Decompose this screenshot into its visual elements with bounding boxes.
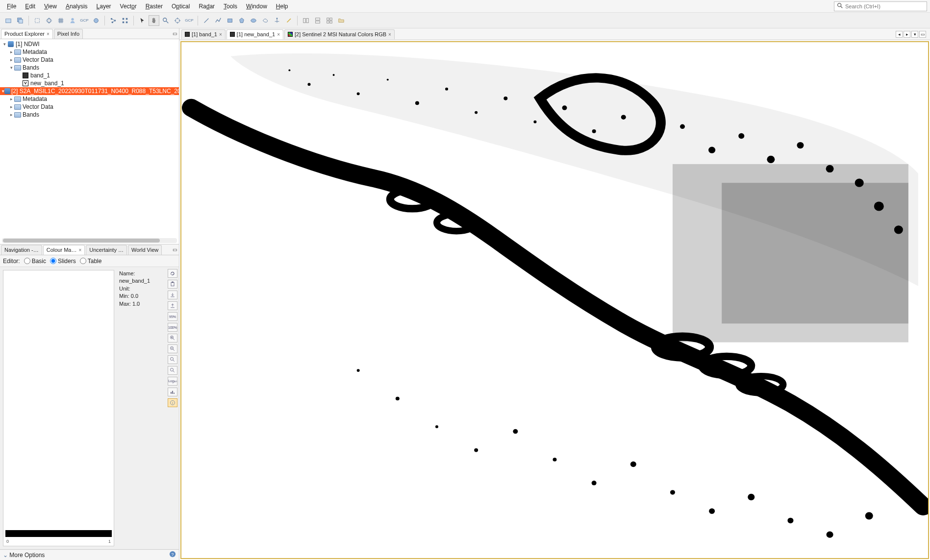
zoom-v-out-icon[interactable] xyxy=(168,366,177,375)
tile-h-icon[interactable] xyxy=(301,15,311,26)
menu-raster[interactable]: Raster xyxy=(142,1,167,11)
zoom-in-icon[interactable] xyxy=(168,334,177,342)
close-icon[interactable]: × xyxy=(388,32,391,37)
svg-rect-31 xyxy=(330,18,332,20)
tab-world-view[interactable]: World View xyxy=(128,245,162,255)
wand-icon[interactable] xyxy=(283,15,294,26)
band-node-newband1[interactable]: Vnew_band_1 xyxy=(0,79,179,87)
maximize-icon[interactable]: ▭ xyxy=(919,31,926,38)
menu-vector[interactable]: Vector xyxy=(116,1,141,11)
open-product-icon[interactable] xyxy=(3,15,14,26)
horizontal-scrollbar[interactable] xyxy=(2,238,177,243)
menu-layer[interactable]: Layer xyxy=(93,1,115,11)
colour-strip[interactable] xyxy=(5,530,112,537)
editor-sliders-radio[interactable]: Sliders xyxy=(50,258,76,265)
zoom-out-icon[interactable] xyxy=(168,344,177,353)
clipboard-icon[interactable] xyxy=(168,280,177,289)
pan-icon[interactable] xyxy=(149,15,159,26)
import-icon[interactable] xyxy=(168,291,177,299)
viewer-tab-newband1[interactable]: [1] new_band_1× xyxy=(226,29,283,39)
menu-optical[interactable]: Optical xyxy=(168,1,194,11)
menu-help[interactable]: Help xyxy=(272,1,292,11)
tile-v-icon[interactable] xyxy=(312,15,323,26)
close-icon[interactable]: × xyxy=(78,247,81,253)
save-all-icon[interactable] xyxy=(15,15,25,26)
polyline-icon[interactable] xyxy=(213,15,224,26)
reset-icon[interactable] xyxy=(168,269,177,278)
graph-icon[interactable] xyxy=(108,15,119,26)
stretch-100-button[interactable]: 100% xyxy=(168,323,177,332)
product-node-2[interactable]: ▾[2] S2A_MSIL1C_20220930T011731_N0400_R0… xyxy=(0,87,179,95)
close-icon[interactable]: × xyxy=(47,31,50,37)
tab-uncertainty[interactable]: Uncertainty … xyxy=(86,245,127,255)
crosshair-icon[interactable] xyxy=(172,15,183,26)
menu-window[interactable]: Window xyxy=(242,1,271,11)
zoom-icon[interactable] xyxy=(160,15,171,26)
tab-dropdown-icon[interactable]: ▾ xyxy=(911,31,918,38)
editor-basic-radio[interactable]: Basic xyxy=(24,258,46,265)
folder-icon[interactable] xyxy=(336,15,347,26)
band-node-band1[interactable]: band_1 xyxy=(0,72,179,79)
menu-file[interactable]: File xyxy=(3,1,20,11)
export-icon[interactable] xyxy=(168,301,177,310)
info-icon[interactable]: i xyxy=(168,398,177,407)
freeform-icon[interactable] xyxy=(260,15,271,26)
tab-next-icon[interactable]: ▸ xyxy=(904,31,910,38)
tab-pixel-info[interactable]: Pixel Info xyxy=(54,29,83,39)
svg-point-62 xyxy=(475,111,478,114)
log10-button[interactable]: Log₁₀ xyxy=(168,377,177,386)
svg-rect-43 xyxy=(172,391,173,394)
batch-icon[interactable] xyxy=(120,15,130,26)
reproject-icon[interactable] xyxy=(44,15,54,26)
metadata-node[interactable]: ▸Metadata xyxy=(0,48,179,56)
help-icon[interactable]: ? xyxy=(169,551,176,559)
close-icon[interactable]: × xyxy=(219,32,222,37)
rect-icon[interactable] xyxy=(225,15,235,26)
pointer-icon[interactable] xyxy=(137,15,148,26)
histogram-area[interactable]: 01 xyxy=(3,270,114,546)
histogram-equalize-icon[interactable] xyxy=(168,388,177,396)
menu-view[interactable]: View xyxy=(40,1,61,11)
tab-prev-icon[interactable]: ◂ xyxy=(896,31,903,38)
svg-point-87 xyxy=(630,462,636,467)
viewer-tab-rgb[interactable]: [2] Sentinel 2 MSI Natural Colors RGB× xyxy=(284,29,395,39)
gcp-tool-icon[interactable]: GCP xyxy=(184,15,195,26)
bands-node-2[interactable]: ▸Bands xyxy=(0,111,179,119)
tab-navigation[interactable]: Navigation -… xyxy=(1,245,42,255)
grid-icon[interactable] xyxy=(55,15,66,26)
subset-icon[interactable] xyxy=(32,15,43,26)
anchor-icon[interactable] xyxy=(272,15,282,26)
tab-product-explorer[interactable]: Product Explorer× xyxy=(1,29,53,39)
zoom-v-in-icon[interactable] xyxy=(168,355,177,364)
vectordata-node[interactable]: ▸Vector Data xyxy=(0,56,179,64)
image-canvas[interactable] xyxy=(180,41,929,559)
svg-point-17 xyxy=(163,18,167,21)
menu-radar[interactable]: Radar xyxy=(195,1,219,11)
ellipse-icon[interactable] xyxy=(248,15,259,26)
editor-table-radio[interactable]: Table xyxy=(80,258,102,265)
menu-edit[interactable]: Edit xyxy=(21,1,39,11)
search-box[interactable] xyxy=(834,1,927,11)
product-node-1[interactable]: ▾[1] NDWI xyxy=(0,40,179,48)
minimize-icon[interactable]: ▭ xyxy=(173,31,177,36)
menu-analysis[interactable]: Analysis xyxy=(62,1,92,11)
more-options-row[interactable]: ⌄ More Options ? xyxy=(0,549,179,560)
minimize-icon[interactable]: ▭ xyxy=(173,247,177,252)
menu-tools[interactable]: Tools xyxy=(220,1,241,11)
product-tree[interactable]: ▾[1] NDWI ▸Metadata ▸Vector Data ▾Bands … xyxy=(0,39,179,237)
stretch-95-button[interactable]: 95% xyxy=(168,312,177,321)
gcp-icon[interactable]: GCP xyxy=(79,15,90,26)
polygon-icon[interactable] xyxy=(236,15,247,26)
tile-grid-icon[interactable] xyxy=(324,15,335,26)
metadata-node-2[interactable]: ▸Metadata xyxy=(0,95,179,103)
search-input[interactable] xyxy=(845,3,925,9)
viewer-tab-band1[interactable]: [1] band_1× xyxy=(181,29,226,39)
user-icon[interactable] xyxy=(67,15,78,26)
vectordata-node-2[interactable]: ▸Vector Data xyxy=(0,103,179,111)
close-icon[interactable]: × xyxy=(277,32,280,37)
globe-icon[interactable] xyxy=(91,15,101,26)
line-icon[interactable] xyxy=(201,15,212,26)
tab-colour-manipulation[interactable]: Colour Ma…× xyxy=(43,245,85,255)
bands-node[interactable]: ▾Bands xyxy=(0,64,179,72)
svg-rect-33 xyxy=(330,21,332,23)
